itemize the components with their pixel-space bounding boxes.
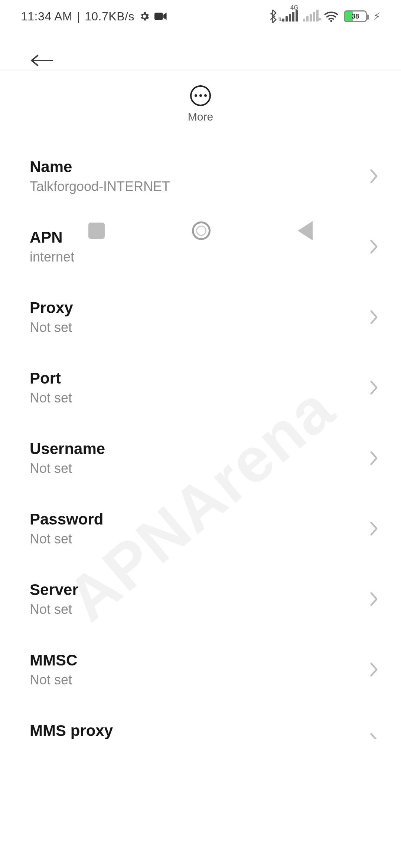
row-proxy[interactable]: Proxy Not set (0, 282, 401, 352)
status-netspeed: 10.7KB/s (85, 10, 134, 23)
row-value: Not set (30, 461, 105, 476)
row-value: Not set (30, 320, 73, 335)
gear-icon (139, 11, 150, 22)
row-username[interactable]: Username Not set (0, 423, 401, 493)
row-title: Port (30, 369, 72, 387)
row-title: MMSC (30, 651, 77, 669)
row-value: Not set (30, 602, 78, 617)
row-port[interactable]: Port Not set (0, 352, 401, 423)
chevron-right-icon (369, 591, 379, 607)
bluetooth-icon (268, 10, 277, 23)
chevron-right-icon (369, 450, 379, 466)
row-value: Not set (30, 390, 72, 406)
chevron-right-icon (369, 379, 379, 396)
row-title: Server (30, 581, 78, 599)
row-title: Password (30, 510, 103, 528)
row-title: Username (30, 440, 105, 458)
back-button[interactable] (30, 53, 53, 68)
row-title: Proxy (30, 299, 73, 317)
row-value: Not set (30, 672, 77, 688)
chevron-right-icon (369, 661, 379, 678)
video-icon (154, 12, 167, 21)
chevron-right-icon (369, 168, 379, 184)
status-divider: | (77, 10, 80, 23)
row-title: Name (30, 158, 170, 176)
more-button[interactable] (190, 85, 211, 106)
charging-icon: ⚡︎ (374, 11, 380, 22)
row-value: Not set (30, 531, 103, 547)
bottom-toolbar: More (0, 70, 401, 137)
system-nav-bar (0, 200, 401, 262)
row-value: Talkforgood-INTERNET (30, 179, 170, 194)
more-label: More (188, 111, 213, 123)
signal-2-icon: ✕ (303, 11, 319, 22)
status-time: 11:34 AM (21, 10, 72, 23)
chevron-right-icon (369, 520, 379, 537)
row-mmsc[interactable]: MMSC Not set (0, 634, 401, 705)
nav-home-button[interactable] (192, 221, 211, 240)
row-title: MMS proxy (30, 722, 113, 739)
signal-1-icon: 4G ⇅ (282, 11, 298, 22)
nav-recent-button[interactable] (88, 223, 105, 239)
chevron-right-icon (369, 309, 379, 325)
svg-point-1 (330, 20, 332, 22)
row-server[interactable]: Server Not set (0, 564, 401, 634)
battery-icon: 38 (344, 10, 367, 22)
chevron-right-icon (369, 732, 379, 739)
svg-rect-0 (154, 13, 163, 20)
nav-back-button[interactable] (298, 221, 313, 240)
wifi-icon (324, 10, 339, 22)
row-password[interactable]: Password Not set (0, 493, 401, 564)
status-bar: 11:34 AM | 10.7KB/s 4G ⇅ ✕ 38 ⚡︎ (0, 0, 401, 33)
row-mms-proxy[interactable]: MMS proxy Not set (0, 705, 401, 739)
